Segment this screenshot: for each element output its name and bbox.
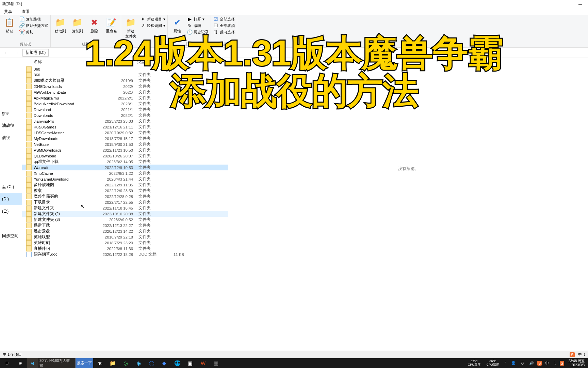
- file-row[interactable]: 新建文件夹 (3)2023/2/9 0:52文件夹: [22, 217, 228, 223]
- col-size[interactable]: 大小: [158, 59, 185, 65]
- cpu-temp-2[interactable]: 66°CCPU温度: [485, 360, 501, 367]
- copyto-button[interactable]: 📁复制到: [70, 16, 85, 34]
- file-row[interactable]: XmpCache2022/6/3 1:22文件夹: [22, 170, 228, 176]
- nav-back-button[interactable]: ←: [2, 49, 10, 57]
- sidebar-item[interactable]: 油战役: [0, 119, 22, 132]
- file-row[interactable]: 多种族地图2022/12/9 11:35文件夹: [22, 182, 228, 188]
- newfolder-button[interactable]: 📁新建 文件夹: [123, 16, 138, 40]
- tray-punct[interactable]: °,: [552, 361, 557, 365]
- app-sphere-icon[interactable]: 🌐: [171, 358, 184, 368]
- ime-badge[interactable]: S: [570, 352, 575, 357]
- file-row[interactable]: LDSGameMaster2020/10/29 0:32文件夹: [22, 130, 228, 136]
- file-row[interactable]: Downloads2022/1文件夹: [22, 112, 228, 118]
- file-row[interactable]: 360: [22, 66, 228, 72]
- sidebar-item[interactable]: [0, 70, 22, 82]
- selectnone-button[interactable]: ☐全部取消: [213, 23, 235, 28]
- file-row[interactable]: 绍兴烟草.doc2020/12/22 18:28DOC 文档11 KB: [22, 251, 228, 257]
- sidebar-item[interactable]: [0, 168, 22, 181]
- taskbar-search[interactable]: e 30字小说60万人收藏 搜索一下: [27, 358, 93, 368]
- file-row[interactable]: PSMDownloads2022/11/23 10:50文件夹: [22, 147, 228, 153]
- app-bird-icon[interactable]: ◆: [158, 358, 171, 368]
- file-row[interactable]: BaiduNetdiskDownload2023/1文件夹: [22, 101, 228, 107]
- sidebar-item[interactable]: [0, 58, 22, 70]
- sidebar-item[interactable]: 战役: [0, 132, 22, 144]
- file-row[interactable]: 360文件夹: [22, 72, 228, 78]
- tray-ime-s-icon[interactable]: S: [537, 361, 542, 366]
- file-row[interactable]: 教案2022/12/6 23:59文件夹: [22, 188, 228, 194]
- start-button[interactable]: ⊞: [0, 358, 14, 368]
- file-row[interactable]: 2345Downloads2022/文件夹: [22, 83, 228, 89]
- sidebar-item[interactable]: 同步空间: [0, 230, 22, 242]
- rename-button[interactable]: 📝重命名: [104, 16, 119, 34]
- nav-forward-button[interactable]: →: [12, 49, 20, 57]
- file-row[interactable]: 迅雷云盘2020/12/23 14:22文件夹: [22, 228, 228, 234]
- history-button[interactable]: 🕘历史记录: [187, 29, 209, 35]
- file-row[interactable]: YunGameDownload2020/4/3 21:44文件夹: [22, 176, 228, 182]
- sidebar-item[interactable]: (E:): [0, 205, 22, 217]
- properties-button[interactable]: ✔属性: [170, 16, 185, 34]
- file-row[interactable]: JianyingPro2023/2/23 23:03文件夹: [22, 118, 228, 124]
- tab-view[interactable]: 查看: [19, 8, 33, 15]
- tray-chevron-icon[interactable]: ^: [503, 361, 508, 365]
- app-360-icon[interactable]: ◎: [119, 358, 132, 368]
- file-row[interactable]: Kuai8Games2021/12/16 21:11文件夹: [22, 124, 228, 130]
- sidebar-item[interactable]: (D:): [0, 193, 22, 205]
- selectall-button[interactable]: ☑全部选择: [213, 16, 235, 22]
- file-row[interactable]: AliWorkbenchData2021/文件夹: [22, 89, 228, 95]
- app-jianying-icon[interactable]: ▣: [184, 358, 197, 368]
- tray-shield-icon[interactable]: 🛡: [519, 361, 526, 365]
- paste-shortcut-button[interactable]: 🔗粘贴快捷方式: [19, 23, 48, 28]
- minimize-button[interactable]: —: [573, 0, 588, 8]
- col-date[interactable]: 修改日期: [94, 59, 134, 65]
- file-row[interactable]: ApkMagicEmu2022/2/1文件夹: [22, 95, 228, 101]
- file-row[interactable]: 360驱动大师目录2019/9文件夹: [22, 78, 228, 83]
- file-row[interactable]: 直播伴侣2022/6/8 11:36文件夹: [22, 246, 228, 251]
- file-row[interactable]: 英雄联盟2018/7/29 22:18文件夹: [22, 234, 228, 240]
- file-row[interactable]: qq群文件下载2023/3/2 14:05文件夹: [22, 159, 228, 165]
- col-type[interactable]: 类型: [134, 59, 158, 65]
- taskbar-clock[interactable]: 23:48 周五 2023/3/3: [566, 359, 587, 367]
- tray-volume-icon[interactable]: 🔊: [528, 361, 535, 365]
- sidebar-item[interactable]: [0, 156, 22, 168]
- app-wps-icon[interactable]: W: [197, 358, 210, 368]
- app-blue-icon[interactable]: ◯: [145, 358, 158, 368]
- open-button[interactable]: ▶打开 ▾: [187, 16, 209, 22]
- file-row[interactable]: 新建文件夹 (2)2022/10/10 20:38文件夹: [22, 211, 228, 217]
- tray-ime-zh[interactable]: 中: [544, 361, 550, 366]
- sidebar-item[interactable]: [0, 144, 22, 156]
- file-row[interactable]: Warcraft2022/12/9 10:53文件夹: [22, 165, 228, 170]
- app-explorer-icon[interactable]: 📁: [106, 358, 119, 368]
- search-button[interactable]: 搜索一下: [76, 358, 93, 368]
- file-row[interactable]: NetEase2018/9/30 21:53文件夹: [22, 141, 228, 147]
- newitem-button[interactable]: ✦新建项目 ▾: [140, 16, 165, 22]
- sidebar-item[interactable]: [0, 82, 22, 95]
- sidebar-item[interactable]: gns: [0, 107, 22, 119]
- cut-button[interactable]: ✂️剪切: [19, 29, 48, 35]
- app-game-icon[interactable]: ▦: [210, 358, 223, 368]
- cortana-button[interactable]: ◉: [14, 358, 27, 368]
- sidebar-item[interactable]: [0, 217, 22, 230]
- file-row[interactable]: 新建文件夹2022/11/18 16:45文件夹: [22, 205, 228, 211]
- tray-people-icon[interactable]: 👤: [510, 361, 517, 365]
- copy-path-button[interactable]: 📄复制路径: [19, 16, 48, 22]
- app-store-icon[interactable]: 🛍: [93, 358, 106, 368]
- breadcrumb[interactable]: 新加卷 (D:): [22, 49, 49, 57]
- cpu-temp-1[interactable]: 62°CCPU温度: [466, 360, 483, 367]
- file-row[interactable]: 英雄时刻2018/7/29 23:20文件夹: [22, 240, 228, 246]
- invert-button[interactable]: ⇅反向选择: [213, 29, 235, 35]
- delete-button[interactable]: ✖删除: [87, 16, 102, 34]
- tab-share[interactable]: 共享: [1, 8, 15, 15]
- moveto-button[interactable]: 📁移动到: [53, 16, 68, 34]
- app-edge-icon[interactable]: ◉: [132, 358, 145, 368]
- tray-ime-s2-icon[interactable]: S: [560, 361, 564, 366]
- col-name[interactable]: 名称: [22, 59, 94, 65]
- file-row[interactable]: 下载目录2022/2/17 22:55文件夹: [22, 199, 228, 205]
- file-row[interactable]: Download2021/1文件夹: [22, 107, 228, 112]
- sidebar-item[interactable]: 盘 (C:): [0, 181, 22, 193]
- file-row[interactable]: 迅雷下载2022/12/13 22:27文件夹: [22, 223, 228, 228]
- sidebar-item[interactable]: [0, 95, 22, 107]
- easyaccess-button[interactable]: ↗轻松访问 ▾: [140, 23, 165, 28]
- file-row[interactable]: QLDownload2020/10/26 20:07文件夹: [22, 153, 228, 159]
- file-row[interactable]: MyDownloads2018/7/28 15:17文件夹: [22, 136, 228, 141]
- file-row[interactable]: 魔兽争霸买的2022/12/28 0:28文件夹: [22, 194, 228, 199]
